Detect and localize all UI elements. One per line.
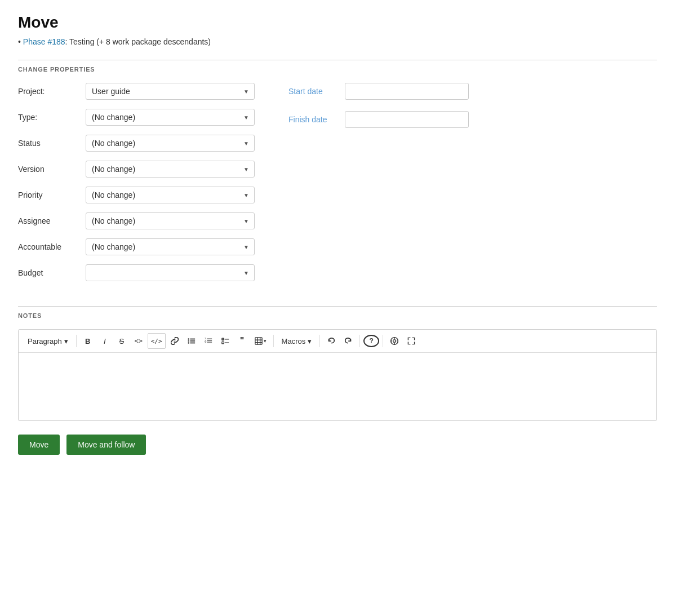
button-area: Move Move and follow (18, 435, 657, 455)
preview-icon (390, 336, 399, 345)
finish-date-row: Finish date (288, 111, 657, 128)
bold-button[interactable]: B (80, 333, 96, 349)
macros-dropdown[interactable]: Macros ▾ (277, 335, 317, 348)
assignee-control: (No change) (86, 212, 255, 229)
priority-label: Priority (18, 190, 86, 200)
macros-label: Macros (282, 337, 306, 345)
undo-button[interactable] (323, 333, 339, 349)
redo-button[interactable] (340, 333, 356, 349)
form-right: Start date Finish date (288, 83, 657, 290)
type-select-wrapper[interactable]: (No change) (86, 109, 255, 126)
version-label: Version (18, 165, 86, 174)
separator-5 (383, 335, 383, 347)
status-select-wrapper[interactable]: (No change) (86, 135, 255, 152)
table-button[interactable]: ▾ (251, 333, 270, 349)
move-and-follow-button[interactable]: Move and follow (66, 435, 146, 455)
accountable-select-wrapper[interactable]: (No change) (86, 238, 255, 255)
assignee-label: Assignee (18, 216, 86, 225)
budget-select[interactable] (86, 264, 255, 281)
move-button[interactable]: Move (18, 435, 60, 455)
phase-link[interactable]: Phase #188 (23, 37, 65, 46)
notes-label: NOTES (18, 306, 657, 319)
type-row: Type: (No change) (18, 109, 255, 126)
priority-select[interactable]: (No change) (86, 187, 255, 203)
link-button[interactable] (167, 333, 183, 349)
svg-rect-14 (221, 342, 224, 344)
table-chevron-icon: ▾ (264, 338, 267, 344)
link-icon (171, 337, 179, 345)
separator-3 (319, 335, 320, 347)
bullet-list-icon (188, 337, 196, 345)
status-select[interactable]: (No change) (86, 135, 255, 152)
version-row: Version (No change) (18, 161, 255, 178)
svg-rect-16 (255, 338, 261, 344)
type-label: Type: (18, 113, 86, 122)
separator-2 (273, 335, 274, 347)
type-control: (No change) (86, 109, 255, 126)
budget-select-wrapper[interactable] (86, 264, 255, 281)
svg-rect-3 (190, 340, 195, 342)
paragraph-dropdown[interactable]: Paragraph ▾ (23, 335, 73, 348)
redo-icon (344, 337, 352, 345)
start-date-label: Start date (288, 87, 345, 96)
project-control: User guide (86, 83, 255, 100)
svg-text:3.: 3. (205, 341, 207, 344)
help-button[interactable]: ? (363, 335, 379, 347)
change-properties-label: CHANGE PROPERTIES (18, 60, 657, 73)
status-label: Status (18, 139, 86, 148)
macros-chevron-icon: ▾ (308, 337, 312, 345)
start-date-input[interactable] (345, 83, 469, 100)
project-select-wrapper[interactable]: User guide (86, 83, 255, 100)
numbered-list-icon: 1. 2. 3. (205, 337, 212, 345)
paragraph-chevron-icon: ▾ (64, 337, 68, 345)
status-control: (No change) (86, 135, 255, 152)
numbered-list-button[interactable]: 1. 2. 3. (201, 333, 216, 349)
assignee-select[interactable]: (No change) (86, 212, 255, 229)
paragraph-label: Paragraph (28, 337, 62, 345)
notes-section: NOTES Paragraph ▾ B I S <> </> (18, 306, 657, 421)
separator-4 (359, 335, 360, 347)
accountable-control: (No change) (86, 238, 255, 255)
svg-rect-1 (190, 339, 195, 340)
separator-1 (76, 335, 77, 347)
version-select-wrapper[interactable]: (No change) (86, 161, 255, 178)
accountable-select[interactable]: (No change) (86, 238, 255, 255)
table-icon (255, 337, 263, 345)
budget-control (86, 264, 255, 281)
priority-control: (No change) (86, 187, 255, 203)
version-select[interactable]: (No change) (86, 161, 255, 178)
inline-code-button[interactable]: <> (131, 333, 146, 349)
assignee-select-wrapper[interactable]: (No change) (86, 212, 255, 229)
type-select[interactable]: (No change) (86, 109, 255, 126)
finish-date-label: Finish date (288, 115, 345, 124)
code-block-button[interactable]: </> (148, 333, 166, 349)
form-left: Project: User guide Type: (No change) (18, 83, 255, 290)
accountable-label: Accountable (18, 242, 86, 251)
project-row: Project: User guide (18, 83, 255, 100)
svg-point-4 (188, 342, 189, 344)
svg-rect-11 (207, 343, 212, 343)
quote-button[interactable]: " (234, 333, 250, 349)
editor-container: Paragraph ▾ B I S <> </> (18, 329, 657, 421)
bullet-list-button[interactable] (184, 333, 199, 349)
editor-toolbar: Paragraph ▾ B I S <> </> (19, 330, 656, 353)
svg-rect-5 (190, 343, 195, 344)
task-list-icon (221, 337, 229, 345)
project-select[interactable]: User guide (86, 83, 255, 100)
project-label: Project: (18, 87, 86, 96)
start-date-row: Start date (288, 83, 657, 100)
task-list-button[interactable] (217, 333, 233, 349)
editor-content[interactable] (19, 353, 656, 420)
page-title: Move (18, 14, 657, 32)
version-control: (No change) (86, 161, 255, 178)
assignee-row: Assignee (No change) (18, 212, 255, 229)
preview-button[interactable] (387, 333, 402, 349)
subtitle-suffix: : Testing (+ 8 work package descendants) (65, 37, 211, 46)
svg-point-0 (188, 338, 189, 340)
italic-button[interactable]: I (97, 333, 113, 349)
finish-date-input[interactable] (345, 111, 469, 128)
fullscreen-button[interactable] (403, 333, 419, 349)
strikethrough-button[interactable]: S (114, 333, 130, 349)
priority-select-wrapper[interactable]: (No change) (86, 187, 255, 203)
svg-point-2 (188, 340, 189, 342)
